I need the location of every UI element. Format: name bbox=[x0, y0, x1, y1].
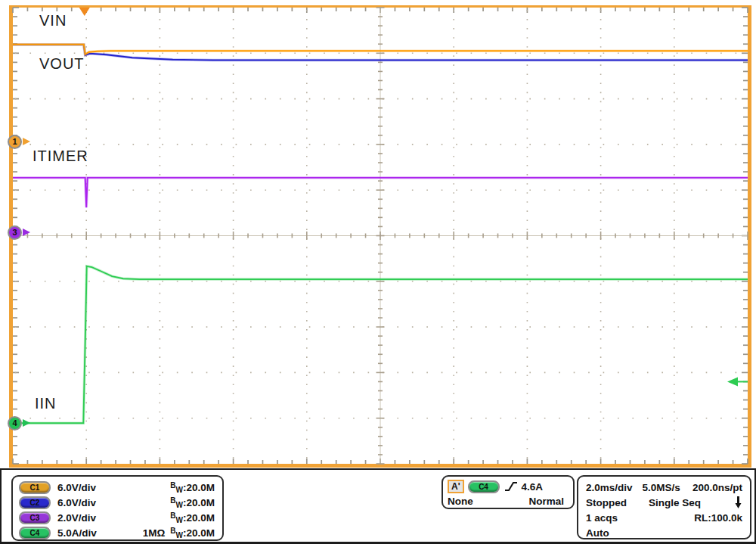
channel-1-pill[interactable]: C1 bbox=[19, 481, 51, 494]
channel-4-pill[interactable]: C4 bbox=[19, 527, 51, 539]
grid-lines bbox=[15, 10, 748, 464]
channel-settings-panel[interactable]: C1 6.0V/div BW:20.0M C2 6.0V/div BW:20.0… bbox=[11, 475, 224, 541]
trigger-panel[interactable]: A' C4 4.6A None Normal bbox=[442, 475, 575, 509]
trigger-source-box[interactable]: A' bbox=[448, 480, 464, 493]
horizontal-acquisition-panel[interactable]: 2.0ms/div 5.0MS/s 200.0ns/pt Stopped Sin… bbox=[577, 475, 751, 539]
acquisition-count: 1 acqs bbox=[586, 512, 618, 524]
channel-3-badge: 3 bbox=[8, 225, 22, 240]
trigger-position-marker[interactable] bbox=[79, 8, 90, 16]
trace-label-vin: VIN bbox=[39, 12, 67, 30]
channel-3-scale: 2.0V/div bbox=[57, 512, 96, 524]
channel-4-marker[interactable]: 4 bbox=[8, 416, 30, 431]
channel-3-readout[interactable]: C3 2.0V/div BW:20.0M bbox=[19, 510, 215, 525]
channel-4-arrow-icon bbox=[23, 419, 30, 427]
acquisition-mode: Single Seq bbox=[649, 497, 701, 508]
record-length: RL:100.0k bbox=[694, 512, 742, 524]
channel-1-badge: 1 bbox=[8, 135, 22, 149]
trigger-mode: None bbox=[448, 496, 473, 507]
channel-1-marker[interactable]: 1 bbox=[8, 135, 30, 149]
channel-2-bandwidth: BW:20.0M bbox=[170, 496, 215, 509]
channel-4-impedance: 1MΩ bbox=[143, 527, 166, 539]
channel-3-bandwidth: BW:20.0M bbox=[170, 511, 215, 524]
rising-edge-icon bbox=[504, 480, 518, 493]
channel-1-scale: 6.0V/div bbox=[57, 482, 96, 493]
trace-label-itimer: ITIMER bbox=[33, 148, 88, 165]
channel-4-badge: 4 bbox=[8, 416, 22, 431]
trigger-type: Normal bbox=[528, 496, 564, 507]
status-bar: C1 6.0V/div BW:20.0M C2 6.0V/div BW:20.0… bbox=[0, 470, 756, 544]
trace-label-iin: IIN bbox=[35, 395, 57, 412]
trigger-level: 4.6A bbox=[522, 481, 544, 493]
channel-1-readout[interactable]: C1 6.0V/div BW:20.0M bbox=[19, 480, 215, 495]
channel-4-readout[interactable]: C4 5.0A/div 1MΩ BW:20.0M bbox=[19, 525, 215, 540]
timebase-readout: 2.0ms/div bbox=[586, 482, 633, 493]
channel-4-bandwidth: BW:20.0M bbox=[170, 527, 215, 539]
channel-1-bandwidth: BW:20.0M bbox=[170, 481, 215, 494]
channel-4-scale: 5.0A/div bbox=[57, 527, 97, 539]
channel-2-pill[interactable]: C2 bbox=[19, 496, 51, 509]
graticule bbox=[0, 0, 756, 471]
trigger-auto-mode: Auto bbox=[586, 527, 609, 539]
channel-3-marker[interactable]: 3 bbox=[8, 225, 30, 240]
channel-2-readout[interactable]: C2 6.0V/div BW:20.0M bbox=[19, 495, 215, 510]
channel-3-pill[interactable]: C3 bbox=[19, 511, 51, 524]
single-seq-arrow-icon bbox=[734, 496, 742, 509]
acquisition-state: Stopped bbox=[586, 497, 627, 508]
center-axes bbox=[13, 8, 748, 464]
oscilloscope-screen: VIN VOUT ITIMER IIN 1 3 4 C1 6.0V/div BW… bbox=[0, 0, 756, 544]
channel-2-scale: 6.0V/div bbox=[57, 497, 96, 508]
waveform-display: VIN VOUT ITIMER IIN 1 3 4 bbox=[0, 0, 756, 471]
trigger-level-marker[interactable] bbox=[727, 377, 748, 386]
trace-label-vout: VOUT bbox=[39, 55, 85, 73]
sample-rate-readout: 5.0MS/s bbox=[643, 482, 680, 493]
channel-3-arrow-icon bbox=[23, 228, 30, 236]
trigger-channel-pill[interactable]: C4 bbox=[468, 480, 500, 493]
resolution-readout: 200.0ns/pt bbox=[692, 482, 742, 493]
channel-1-arrow-icon bbox=[23, 138, 30, 145]
